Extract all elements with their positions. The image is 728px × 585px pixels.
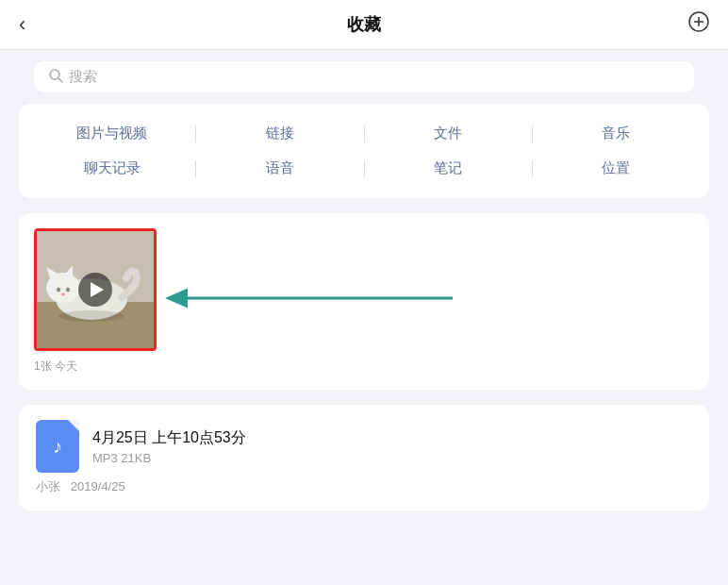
file-sender: 小张 2019/4/25 <box>36 478 692 495</box>
category-files[interactable]: 文件 <box>365 121 532 146</box>
file-title: 4月25日 上午10点53分 <box>92 428 692 448</box>
back-button[interactable]: ‹ <box>19 12 25 37</box>
file-subtitle: MP3 21KB <box>92 451 692 465</box>
file-item[interactable]: ♪ 4月25日 上午10点53分 MP3 21KB <box>36 420 692 473</box>
page-title: 收藏 <box>347 13 381 36</box>
category-chat-records[interactable]: 聊天记录 <box>28 156 195 181</box>
music-icon: ♪ <box>53 436 62 458</box>
svg-point-11 <box>57 288 60 292</box>
category-card: 图片与视频 链接 文件 音乐 聊天记录 语音 笔记 位置 <box>19 104 709 198</box>
search-icon <box>49 69 63 86</box>
svg-point-14 <box>58 310 124 322</box>
svg-point-13 <box>61 293 65 296</box>
sender-name: 小张 <box>36 479 60 493</box>
search-bar-container: 搜索 <box>0 50 728 104</box>
file-info: 4月25日 上午10点53分 MP3 21KB <box>92 428 692 465</box>
media-card: 1张 今天 <box>19 213 709 390</box>
category-location[interactable]: 位置 <box>533 156 700 181</box>
category-links[interactable]: 链接 <box>196 121 363 146</box>
svg-line-4 <box>58 78 62 82</box>
media-thumbnail[interactable] <box>34 228 157 351</box>
category-row-1: 图片与视频 链接 文件 音乐 <box>28 121 700 146</box>
category-row-2: 聊天记录 语音 笔记 位置 <box>28 156 700 181</box>
add-button[interactable] <box>688 11 709 38</box>
play-button[interactable] <box>78 273 112 307</box>
play-icon <box>91 282 104 297</box>
svg-point-12 <box>66 288 70 292</box>
file-card: ♪ 4月25日 上午10点53分 MP3 21KB 小张 2019/4/25 <box>19 405 709 510</box>
search-input[interactable]: 搜索 <box>34 61 694 92</box>
search-placeholder: 搜索 <box>69 68 97 86</box>
media-grid <box>34 228 694 351</box>
header: ‹ 收藏 <box>0 0 728 50</box>
file-icon: ♪ <box>36 420 79 473</box>
media-meta: 1张 今天 <box>34 359 694 375</box>
category-music[interactable]: 音乐 <box>533 121 700 146</box>
category-photos-videos[interactable]: 图片与视频 <box>28 121 195 146</box>
category-notes[interactable]: 笔记 <box>365 156 532 181</box>
send-date: 2019/4/25 <box>71 479 125 493</box>
category-voice[interactable]: 语音 <box>196 156 363 181</box>
